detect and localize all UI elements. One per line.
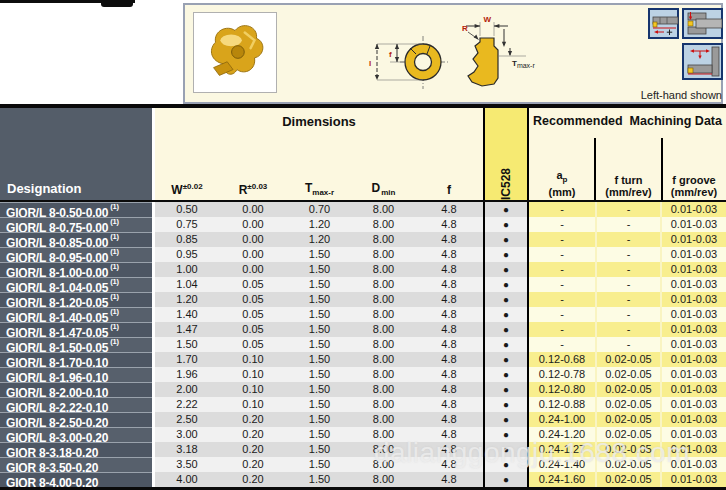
r-value: 0.10 (219, 367, 287, 382)
r-value: 0.20 (219, 412, 287, 427)
designation: GIQR/L 8-2.50-0.20 (6, 416, 108, 427)
ring-bore (415, 54, 432, 71)
f-value: 4.8 (415, 232, 483, 247)
tmax-value: 1.50 (287, 442, 352, 457)
ic528-grade-dot: ● (483, 322, 529, 337)
designation-cell: GIQR/L 8-1.40-0.05(1) (0, 307, 152, 322)
designation-cell: GIQR/L 8-1.47-0.05(1) (0, 322, 152, 337)
f-groove-value: 0.01-0.03 (662, 202, 726, 217)
f-value: 4.8 (415, 442, 483, 457)
f-turn-value: - (595, 277, 662, 292)
f-value: 4.8 (415, 397, 483, 412)
column-header-dmin: Dmin (352, 181, 415, 197)
f-turn-value: 0.02-0.05 (595, 352, 662, 367)
r-value: 0.00 (219, 232, 287, 247)
ic528-grade-dot: ● (483, 292, 529, 307)
table-row: GIQR/L 8-0.75-0.00(1) 0.75 0.00 1.20 8.0… (0, 217, 726, 232)
dmin-value: 8.00 (352, 277, 415, 292)
column-header-r: R±0.03 (219, 182, 287, 197)
f-value: 4.8 (415, 382, 483, 397)
tmax-value: 1.50 (287, 262, 352, 277)
dim-label-l: l (369, 59, 371, 68)
designation-cell: GIQR/L 8-2.00-0.10 (0, 382, 152, 397)
tmax-value: 1.50 (287, 337, 352, 352)
tmax-value: 1.50 (287, 472, 352, 487)
footnote-marker: (1) (110, 307, 119, 316)
ap-value: - (529, 322, 595, 337)
designation-cell: GIQR/L 8-2.22-0.10 (0, 397, 152, 412)
ap-value: 0.12-0.68 (529, 352, 595, 367)
column-header-w: W±0.02 (155, 182, 219, 197)
r-value: 0.00 (219, 217, 287, 232)
f-value: 4.8 (415, 217, 483, 232)
r-value: 0.10 (219, 382, 287, 397)
catalog-page: l f W R Tmax-r (0, 0, 726, 490)
f-groove-value: 0.01-0.03 (662, 457, 726, 472)
dmin-value: 8.00 (352, 217, 415, 232)
f-groove-value: 0.01-0.03 (662, 277, 726, 292)
tmax-value: 1.50 (287, 277, 352, 292)
column-header-f-groove: f groove (mm/rev) (662, 174, 726, 198)
ic528-grade-dot: ● (483, 337, 529, 352)
designation-cell: GIQR 8-3.18-0.20 (0, 442, 152, 457)
r-value: 0.05 (219, 292, 287, 307)
ic528-grade-dot: ● (483, 427, 529, 442)
designation-cell: GIQR 8-3.50-0.20 (0, 457, 152, 472)
f-value: 4.8 (415, 202, 483, 217)
f-groove-value: 0.01-0.03 (662, 412, 726, 427)
tmax-value: 1.50 (287, 457, 352, 472)
ic528-grade-dot: ● (483, 382, 529, 397)
f-groove-value: 0.01-0.03 (662, 442, 726, 457)
ic528-grade-dot: ● (483, 472, 529, 487)
dmin-value: 8.00 (352, 202, 415, 217)
r-value: 0.05 (219, 307, 287, 322)
f-turn-value: - (595, 202, 662, 217)
f-value: 4.8 (415, 292, 483, 307)
designation: GIQR/L 8-1.47-0.05 (6, 326, 108, 337)
f-value: 4.8 (415, 307, 483, 322)
w-value: 3.00 (155, 427, 219, 442)
designation: GIQR 8-4.00-0.20 (6, 476, 98, 487)
designation: GIQR/L 8-1.20-0.05 (6, 296, 108, 307)
r-value: 0.20 (219, 442, 287, 457)
f-groove-value: 0.01-0.03 (662, 322, 726, 337)
f-groove-value: 0.01-0.03 (662, 337, 726, 352)
r-value: 0.10 (219, 352, 287, 367)
table-body: GIQR/L 8-0.50-0.00(1) 0.50 0.00 0.70 8.0… (0, 202, 726, 487)
f-value: 4.8 (415, 472, 483, 487)
ic528-grade-dot: ● (483, 457, 529, 472)
dmin-value: 8.00 (352, 457, 415, 472)
f-turn-value: - (595, 307, 662, 322)
dim-label-f: f (389, 50, 392, 59)
dmin-value: 8.00 (352, 472, 415, 487)
column-header-f-turn: f turn (mm/rev) (595, 174, 662, 198)
designation: GIQR/L 8-1.96-0.10 (6, 371, 108, 382)
w-value: 2.50 (155, 412, 219, 427)
ap-value: - (529, 307, 595, 322)
designation: GIQR 8-3.18-0.20 (6, 446, 98, 457)
f-groove-value: 0.01-0.03 (662, 397, 726, 412)
w-value: 1.20 (155, 292, 219, 307)
designation: GIQR/L 8-1.04-0.05 (6, 281, 108, 292)
ap-value: 0.24-1.60 (529, 472, 595, 487)
w-value: 3.50 (155, 457, 219, 472)
designation: GIQR/L 8-0.50-0.00 (6, 206, 108, 217)
table-row: GIQR/L 8-1.70-0.10 1.70 0.10 1.50 8.00 4… (0, 352, 726, 367)
table-row: GIQR 8-3.18-0.20 3.18 0.20 1.50 8.00 4.8… (0, 442, 726, 457)
r-value: 0.20 (219, 472, 287, 487)
tmax-value: 1.50 (287, 412, 352, 427)
ic528-grade-dot: ● (483, 412, 529, 427)
f-turn-value: - (595, 337, 662, 352)
profile-diagram: W R Tmax-r (452, 12, 542, 100)
f-value: 4.8 (415, 367, 483, 382)
w-value: 0.95 (155, 247, 219, 262)
table-row: GIQR/L 8-2.00-0.10 2.00 0.10 1.50 8.00 4… (0, 382, 726, 397)
table-row: GIQR/L 8-1.50-0.05(1) 1.50 0.05 1.50 8.0… (0, 337, 726, 352)
ap-value: 0.24-1.40 (529, 457, 595, 472)
ic528-grade-label: IC528 (499, 163, 513, 200)
f-value: 4.8 (415, 262, 483, 277)
designation-header-cell: Designation (0, 108, 152, 200)
ap-value: - (529, 232, 595, 247)
r-value: 0.20 (219, 457, 287, 472)
dmin-value: 8.00 (352, 442, 415, 457)
